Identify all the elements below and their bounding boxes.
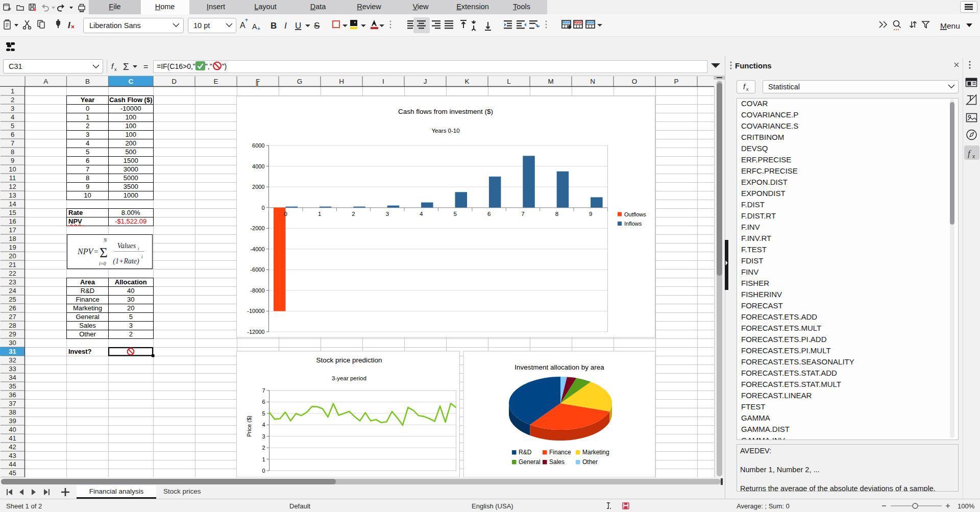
svg-text:2: 2 <box>262 445 265 451</box>
svg-text:3: 3 <box>129 322 133 329</box>
svg-text:21: 21 <box>9 261 16 269</box>
svg-text:3-year period: 3-year period <box>332 375 366 381</box>
svg-text:P: P <box>674 78 678 85</box>
svg-text:23: 23 <box>9 278 16 286</box>
svg-text:4: 4 <box>86 139 89 147</box>
svg-text:26: 26 <box>9 304 16 312</box>
svg-text:6: 6 <box>262 399 265 405</box>
svg-text:Outflows: Outflows <box>624 211 646 217</box>
svg-text:(1+Rate): (1+Rate) <box>113 257 139 265</box>
svg-text:8: 8 <box>86 174 89 182</box>
svg-text:A: A <box>252 22 257 31</box>
svg-text:x: x <box>972 154 975 159</box>
svg-text:27: 27 <box>9 313 16 321</box>
svg-text:9: 9 <box>86 183 89 190</box>
svg-text:Σ: Σ <box>123 61 129 72</box>
svg-text:40: 40 <box>127 287 134 295</box>
svg-text:7: 7 <box>86 165 89 173</box>
svg-text:3: 3 <box>86 131 89 138</box>
svg-text:4: 4 <box>420 211 423 217</box>
svg-text:Marketing: Marketing <box>73 304 102 312</box>
svg-text:E: E <box>213 78 218 85</box>
svg-text:Cash Flow ($): Cash Flow ($) <box>109 96 153 104</box>
svg-text:Rate: Rate <box>68 209 83 216</box>
svg-text:-8000: -8000 <box>250 287 264 294</box>
svg-text:7: 7 <box>262 387 265 394</box>
svg-text:5000: 5000 <box>124 174 138 182</box>
svg-text:Σ: Σ <box>100 245 108 260</box>
svg-text:Investment allocation by area: Investment allocation by area <box>514 363 604 371</box>
svg-text:A: A <box>240 21 246 30</box>
svg-text:Invest?: Invest? <box>68 348 92 355</box>
svg-text:4: 4 <box>262 422 265 428</box>
svg-text:34: 34 <box>9 374 16 381</box>
svg-text:6: 6 <box>487 211 490 217</box>
svg-text:43: 43 <box>9 452 16 459</box>
svg-text:Stock price prediction: Stock price prediction <box>316 356 382 364</box>
svg-text:Other: Other <box>79 330 96 338</box>
svg-text:3000: 3000 <box>124 165 138 173</box>
svg-text:7: 7 <box>521 211 524 217</box>
svg-text:NPV: NPV <box>68 217 82 225</box>
svg-text:17: 17 <box>9 226 16 234</box>
svg-text:1000: 1000 <box>124 191 138 199</box>
svg-text:7: 7 <box>11 139 14 147</box>
svg-text:31: 31 <box>9 348 16 355</box>
svg-text:S: S <box>314 21 320 31</box>
svg-text:Finance: Finance <box>549 449 571 456</box>
svg-text:38: 38 <box>9 408 16 416</box>
svg-text:0: 0 <box>261 205 264 211</box>
svg-text:Cash flows from investment ($): Cash flows from investment ($) <box>398 108 493 115</box>
svg-text:-10000: -10000 <box>120 105 141 112</box>
svg-text:L: L <box>507 78 511 85</box>
svg-text:22: 22 <box>9 270 16 277</box>
svg-text:20: 20 <box>127 304 134 312</box>
svg-text:3: 3 <box>262 433 265 440</box>
svg-text:-6000: -6000 <box>250 266 264 273</box>
svg-text:100: 100 <box>125 113 136 121</box>
svg-text:10: 10 <box>84 191 91 199</box>
svg-text:NPV: NPV <box>77 247 94 256</box>
svg-text:9: 9 <box>11 157 14 164</box>
svg-text:18: 18 <box>9 235 16 242</box>
svg-text:13: 13 <box>9 191 16 199</box>
svg-text:Years 0-10: Years 0-10 <box>431 128 459 134</box>
svg-text:42: 42 <box>9 443 16 451</box>
svg-text:3: 3 <box>385 211 388 217</box>
svg-text:Menu: Menu <box>940 21 960 30</box>
svg-text:i: i <box>141 254 143 259</box>
svg-text:Allocation: Allocation <box>115 278 147 286</box>
svg-text:33: 33 <box>9 365 16 373</box>
svg-text:General: General <box>76 313 99 321</box>
svg-text:Other: Other <box>582 458 598 466</box>
svg-text:200: 200 <box>125 139 136 147</box>
svg-text:Inflows: Inflows <box>624 221 642 227</box>
svg-text:i=0: i=0 <box>99 261 106 266</box>
svg-text:5: 5 <box>86 148 89 156</box>
svg-text:D: D <box>172 78 177 85</box>
svg-text:2: 2 <box>129 330 133 338</box>
svg-text:14: 14 <box>9 200 16 208</box>
svg-text:10 pt: 10 pt <box>193 21 210 30</box>
svg-text:2000: 2000 <box>252 184 264 190</box>
svg-text:I: I <box>382 78 384 85</box>
svg-text:45: 45 <box>9 469 16 477</box>
svg-text:5: 5 <box>11 122 14 130</box>
svg-text:U: U <box>295 21 301 31</box>
svg-text:R&D: R&D <box>81 287 94 295</box>
svg-text:30: 30 <box>127 296 134 303</box>
svg-text:-4000: -4000 <box>250 246 264 252</box>
svg-text:Sales: Sales <box>549 458 565 466</box>
svg-text:6000: 6000 <box>252 142 264 149</box>
svg-text:40: 40 <box>9 426 16 433</box>
svg-text:4000: 4000 <box>252 163 264 169</box>
svg-text:6: 6 <box>86 157 89 164</box>
svg-text:O: O <box>632 78 638 85</box>
svg-text:5: 5 <box>453 211 456 217</box>
svg-text:20: 20 <box>9 252 16 260</box>
svg-text:16: 16 <box>9 217 16 225</box>
svg-text:0: 0 <box>262 468 265 474</box>
svg-text:Liberation Sans: Liberation Sans <box>89 21 141 30</box>
svg-text:J: J <box>424 78 427 85</box>
svg-text:x: x <box>114 67 117 72</box>
